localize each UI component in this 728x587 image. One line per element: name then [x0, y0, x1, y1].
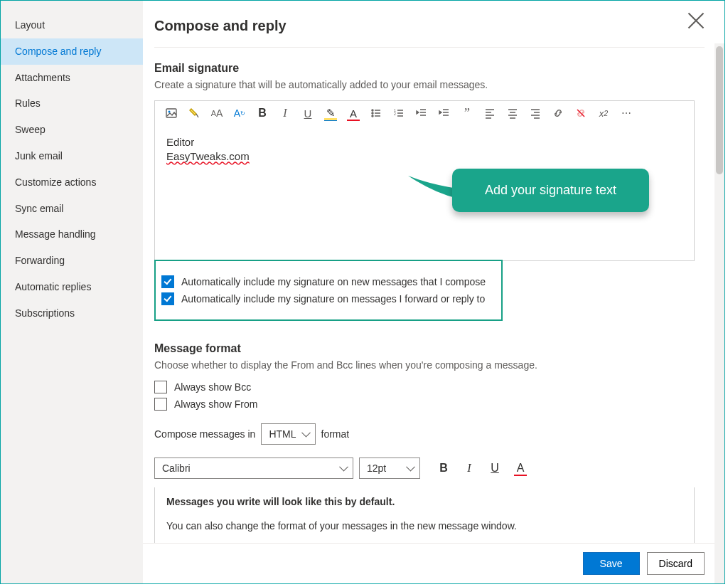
superscript-icon[interactable]: x2 — [597, 107, 610, 120]
checkbox-include-new-label: Automatically include my signature on ne… — [181, 276, 486, 287]
main-panel: Compose and reply Email signature Create… — [143, 1, 724, 583]
settings-sidebar: Layout Compose and reply Attachments Rul… — [1, 1, 143, 583]
default-style-toolbar: B I U A — [437, 462, 527, 475]
increase-indent-icon[interactable] — [438, 107, 451, 120]
callout-tooltip: Add your signature text — [452, 169, 649, 212]
preview-line-1: Messages you write will look like this b… — [166, 496, 682, 507]
checkbox-show-bcc[interactable] — [154, 381, 167, 393]
compose-format-select[interactable]: HTML — [261, 423, 315, 445]
email-signature-description: Create a signature that will be automati… — [154, 79, 705, 90]
default-underline-icon[interactable]: U — [488, 462, 501, 475]
more-icon[interactable]: ⋯ — [620, 107, 633, 120]
close-icon[interactable] — [686, 11, 706, 31]
font-size-down-icon[interactable]: A↻ — [233, 107, 246, 120]
svg-point-2 — [372, 110, 373, 111]
signature-options-highlight: Automatically include my signature on ne… — [154, 260, 503, 321]
underline-icon[interactable]: U — [301, 107, 314, 120]
bold-icon[interactable]: B — [256, 107, 269, 120]
checkbox-include-new[interactable] — [161, 275, 174, 288]
align-right-icon[interactable] — [529, 107, 542, 120]
checkbox-include-reply-label: Automatically include my signature on me… — [181, 293, 485, 305]
checkbox-include-reply[interactable] — [161, 292, 174, 305]
sidebar-item-layout[interactable]: Layout — [1, 12, 143, 38]
svg-point-4 — [372, 115, 373, 117]
numbered-list-icon[interactable]: 12 — [392, 107, 405, 120]
decrease-indent-icon[interactable] — [415, 107, 428, 120]
quote-icon[interactable]: ” — [461, 107, 473, 120]
checkbox-show-bcc-label: Always show Bcc — [174, 381, 251, 393]
message-format-heading: Message format — [154, 342, 705, 355]
sidebar-item-message-handling[interactable]: Message handling — [1, 221, 143, 248]
font-size-icon[interactable]: AA — [210, 107, 223, 120]
align-left-icon[interactable] — [483, 107, 496, 120]
default-bold-icon[interactable]: B — [437, 462, 450, 475]
bulleted-list-icon[interactable] — [370, 107, 382, 120]
highlight-icon[interactable]: ✎ — [324, 107, 337, 120]
remove-link-icon[interactable] — [574, 107, 587, 120]
signature-toolbar: AA A↻ B I U ✎ A 12 ” x — [155, 101, 694, 125]
default-font-color-icon[interactable]: A — [514, 462, 527, 475]
insert-link-icon[interactable] — [552, 107, 564, 120]
sidebar-item-compose-and-reply[interactable]: Compose and reply — [1, 38, 143, 65]
divider — [154, 47, 705, 48]
insert-image-icon[interactable] — [165, 107, 178, 120]
svg-text:2: 2 — [394, 112, 396, 116]
sidebar-item-sweep[interactable]: Sweep — [1, 117, 143, 143]
default-italic-icon[interactable]: I — [463, 462, 476, 475]
sidebar-item-junk-email[interactable]: Junk email — [1, 143, 143, 169]
save-button[interactable]: Save — [583, 552, 640, 575]
svg-point-1 — [168, 111, 171, 113]
svg-point-3 — [372, 112, 373, 114]
compose-format-prefix: Compose messages in — [154, 428, 255, 440]
discard-button[interactable]: Discard — [647, 552, 705, 575]
footer-actions: Save Discard — [143, 543, 724, 583]
signature-line-1: Editor — [166, 135, 682, 149]
scrollbar-thumb[interactable] — [716, 46, 723, 174]
sidebar-item-rules[interactable]: Rules — [1, 90, 143, 117]
font-color-icon[interactable]: A — [347, 107, 360, 120]
checkbox-show-from[interactable] — [154, 398, 167, 411]
message-format-description: Choose whether to display the From and B… — [154, 359, 705, 371]
sidebar-item-forwarding[interactable]: Forwarding — [1, 248, 143, 274]
sidebar-item-automatic-replies[interactable]: Automatic replies — [1, 274, 143, 300]
sidebar-item-customize-actions[interactable]: Customize actions — [1, 169, 143, 196]
format-painter-icon[interactable] — [188, 107, 200, 120]
font-family-select[interactable]: Calibri — [154, 458, 353, 479]
align-center-icon[interactable] — [506, 107, 519, 120]
scrollbar[interactable] — [714, 43, 724, 583]
sidebar-item-sync-email[interactable]: Sync email — [1, 196, 143, 222]
email-signature-heading: Email signature — [154, 62, 705, 75]
font-size-select[interactable]: 12pt — [359, 458, 420, 479]
preview-line-2: You can also change the format of your m… — [166, 520, 682, 532]
page-title: Compose and reply — [154, 18, 705, 34]
default-style-preview: Messages you write will look like this b… — [154, 487, 695, 543]
sidebar-item-attachments[interactable]: Attachments — [1, 65, 143, 91]
italic-icon[interactable]: I — [279, 107, 291, 120]
signature-line-2: EasyTweaks.com — [166, 149, 682, 164]
sidebar-item-subscriptions[interactable]: Subscriptions — [1, 300, 143, 327]
compose-format-suffix: format — [321, 428, 350, 440]
checkbox-show-from-label: Always show From — [174, 398, 257, 410]
